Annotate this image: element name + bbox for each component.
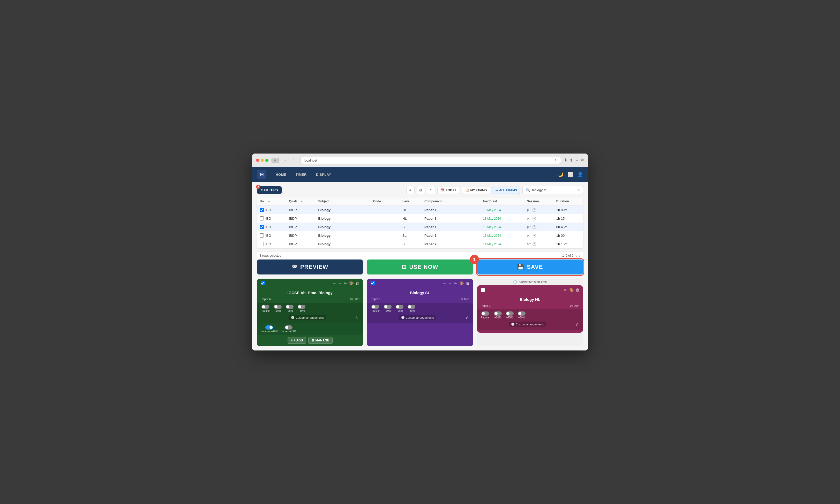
- row-checkbox-3[interactable]: [260, 225, 264, 229]
- delete-icon[interactable]: 🗑: [466, 281, 469, 285]
- row-checkbox-4[interactable]: [260, 233, 264, 237]
- prev-page-button[interactable]: ‹: [575, 253, 577, 258]
- ten-percent-toggle[interactable]: [494, 311, 502, 316]
- delete-icon[interactable]: 🗑: [355, 281, 359, 285]
- fifty-percent-toggle[interactable]: [298, 305, 305, 309]
- edit-icon[interactable]: ✏: [344, 281, 347, 285]
- arrow-right-icon[interactable]: →: [449, 281, 452, 285]
- fifty-percent-toggle[interactable]: [518, 311, 526, 316]
- regular-toggle[interactable]: [481, 311, 489, 316]
- next-sort-icon[interactable]: ↑: [498, 200, 500, 203]
- settings-button[interactable]: ⚙: [417, 186, 425, 194]
- use-now-card-checkbox[interactable]: [371, 281, 375, 285]
- preview-paper-label: Paper 6: [261, 298, 271, 301]
- regular-toggle[interactable]: [261, 305, 269, 309]
- arrow-left-icon[interactable]: ←: [553, 288, 556, 292]
- cell-quali: IBDP: [286, 214, 316, 223]
- use-now-card-controls: Regular +10% +25%: [367, 303, 473, 323]
- nav-timer[interactable]: TIMER: [292, 171, 311, 178]
- custom-arrangements-button[interactable]: 🕐 Custom arrangements: [399, 315, 437, 320]
- my-exams-button[interactable]: 📋 MY EXAMS: [462, 186, 490, 194]
- clear-search-button[interactable]: ✕: [577, 188, 580, 192]
- maximize-button[interactable]: [265, 159, 268, 162]
- quali-filter-icon[interactable]: ▼: [301, 200, 303, 203]
- twenty-five-percent-toggle[interactable]: [396, 305, 403, 309]
- add-button[interactable]: +: [406, 186, 415, 194]
- cell-duration: 0h 45m: [554, 223, 583, 231]
- table-row: IBO IBDP Biology SL Paper 2 14 May 2024 …: [257, 240, 583, 248]
- palette-icon[interactable]: 🎨: [459, 281, 464, 285]
- table-header-row: Bo... ▼ Quali... ▼ Subject Code Level Co…: [257, 197, 583, 205]
- toggle-10: +10%: [274, 305, 282, 312]
- add-button[interactable]: + + ADD: [287, 337, 307, 344]
- session-sort-icon[interactable]: ↑: [540, 200, 542, 203]
- minimize-button[interactable]: [261, 159, 264, 162]
- board-filter-icon[interactable]: ▼: [268, 200, 270, 203]
- forward-button[interactable]: ›: [290, 157, 297, 164]
- all-exams-button[interactable]: ∞ ALL EXAMS: [492, 186, 520, 194]
- filter-button[interactable]: 2 ≡ FILTERS: [257, 186, 282, 194]
- use-now-button[interactable]: ⊡ USE NOW: [367, 259, 473, 274]
- regular-toggle[interactable]: [371, 305, 379, 309]
- save-card-subtitle: Paper 1 1h 00m: [477, 303, 583, 309]
- nav-display[interactable]: DISPLAY: [312, 171, 335, 178]
- palette-icon[interactable]: 🎨: [349, 281, 353, 285]
- arrow-right-icon[interactable]: →: [338, 281, 342, 285]
- cell-level: SL: [400, 240, 422, 248]
- new-tab-icon[interactable]: ＋: [575, 158, 579, 163]
- clock-icon: 🕐: [511, 323, 515, 326]
- layout-icon[interactable]: ⬜: [567, 172, 573, 177]
- search-input[interactable]: [532, 188, 575, 192]
- twenty-five-percent-toggle[interactable]: [506, 311, 514, 316]
- row-checkbox-5[interactable]: [260, 242, 264, 246]
- ten-percent-toggle[interactable]: [274, 305, 282, 309]
- user-icon[interactable]: 👤: [577, 172, 583, 177]
- share-icon[interactable]: ⬆: [570, 158, 573, 163]
- refresh-icon[interactable]: ↻: [555, 159, 558, 162]
- toggle-25: +25%: [506, 311, 514, 319]
- arrow-right-icon[interactable]: →: [558, 288, 562, 292]
- rows-selected-text: 3 rows selected: [260, 254, 281, 257]
- manage-button[interactable]: ⊞ MANAGE: [308, 337, 332, 344]
- my-exams-label: MY EXAMS: [470, 188, 487, 192]
- chevron-down-icon[interactable]: ∨: [574, 322, 579, 327]
- duplicate-icon[interactable]: ⧉: [581, 158, 584, 163]
- preview-button[interactable]: 👁 PREVIEW: [257, 259, 363, 274]
- custom-arrangements-button[interactable]: 🕐 Custom arrangements: [288, 315, 326, 320]
- chevron-down-icon[interactable]: ∨: [464, 315, 469, 320]
- ten-percent-toggle[interactable]: [384, 305, 391, 309]
- plus-icon: +: [291, 339, 293, 342]
- edit-icon[interactable]: ✏: [564, 288, 567, 292]
- next-page-button[interactable]: ›: [579, 253, 580, 258]
- th-duration: Duration: [554, 197, 583, 205]
- my-exams-icon: 📋: [465, 188, 469, 192]
- chevron-up-icon[interactable]: ∧: [354, 315, 359, 320]
- row-checkbox-1[interactable]: [260, 208, 264, 212]
- save-button[interactable]: 💾 SAVE: [477, 259, 583, 274]
- fifty-percent-toggle[interactable]: [407, 305, 415, 309]
- james-toggle-switch[interactable]: [285, 325, 293, 329]
- arrow-left-icon[interactable]: ←: [443, 281, 447, 285]
- arrow-left-icon[interactable]: ←: [333, 281, 336, 285]
- address-bar[interactable]: localhost ↻: [300, 157, 561, 164]
- sidebar-toggle-button[interactable]: ⊞: [272, 158, 279, 163]
- palette-icon[interactable]: 🎨: [569, 288, 574, 292]
- save-card-checkbox[interactable]: [481, 288, 485, 292]
- back-button[interactable]: ‹: [282, 157, 289, 164]
- refresh-button[interactable]: ↻: [427, 186, 435, 194]
- edit-icon[interactable]: ✏: [454, 281, 457, 285]
- custom-arrangements-button[interactable]: 🕐 Custom arrangements: [508, 322, 546, 327]
- preview-card-checkbox[interactable]: [261, 281, 265, 285]
- twenty-five-percent-toggle[interactable]: [286, 305, 294, 309]
- search-box[interactable]: 🔍 ✕: [522, 186, 583, 194]
- download-icon[interactable]: ⬇: [564, 158, 567, 163]
- toggle-25: +25%: [396, 305, 403, 312]
- nav-home[interactable]: HOME: [272, 171, 291, 178]
- dark-mode-icon[interactable]: 🌙: [558, 172, 563, 177]
- row-checkbox-2[interactable]: [260, 216, 264, 220]
- close-button[interactable]: [256, 159, 259, 162]
- delete-icon[interactable]: 🗑: [576, 288, 579, 292]
- today-button[interactable]: 📅 TODAY: [437, 186, 460, 194]
- user-toggles-section: Vanessa +20% James +43%: [257, 323, 363, 335]
- vanessa-toggle-switch[interactable]: [265, 325, 273, 329]
